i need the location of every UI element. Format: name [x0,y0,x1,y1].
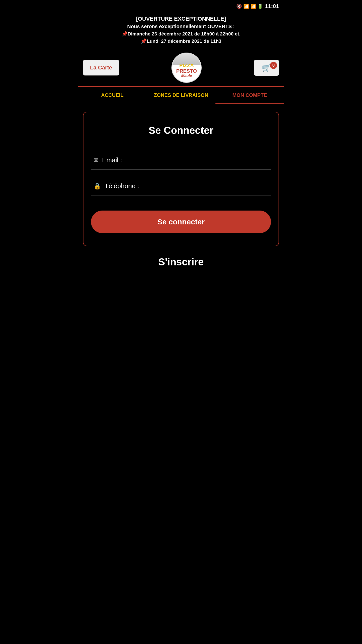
status-bar: 🔇 📶 📶 🔋 11:01 [78,0,284,12]
status-time: 11:01 [265,3,279,10]
status-icons: 🔇 📶 📶 🔋 [236,4,263,9]
logo-text: PIZZA PRESTO Maule [176,63,197,78]
email-label-row: ✉ Email : [91,151,271,169]
battery-icon: 🔋 [257,4,263,9]
mute-icon: 🔇 [236,4,242,9]
email-icon: ✉ [94,157,99,164]
la-carte-button[interactable]: La Carte [83,60,119,75]
phone-icon: 🔒 [94,183,101,190]
wifi-icon: 📶 [243,4,249,9]
nav-tabs: ACCUEIL ZONES DE LIVRAISON MON COMPTE [78,87,284,104]
phone-input-group: 🔒 Téléphone : [91,177,271,195]
signal-icon: 📶 [250,4,256,9]
tab-accueil[interactable]: ACCUEIL [78,87,147,104]
cart-badge: 0 [270,62,277,69]
register-section: S'inscrire [83,256,279,278]
logo-maule-text: Maule [176,74,197,78]
header: La Carte PIZZA PRESTO Maule 🛒 0 [78,50,284,87]
email-divider [91,169,271,170]
email-label: Email : [102,156,122,164]
logo-pizza-text: PIZZA [176,63,197,68]
announcement-subtitle: Nous serons exceptionnellement OUVERTS : [85,24,277,29]
logo-circle: PIZZA PRESTO Maule [171,53,202,83]
main-content: Se Connecter ✉ Email : 🔒 Téléphone : Se … [78,104,284,288]
announcement-line2: 📌Lundi 27 décembre 2021 de 11h3 [85,38,277,45]
announcement-line1: 📌Dimanche 26 décembre 2021 de 18h00 à 22… [85,30,277,38]
phone-divider [91,195,271,195]
logo-presto-text: PRESTO [176,68,197,74]
login-card: Se Connecter ✉ Email : 🔒 Téléphone : Se … [83,112,279,246]
phone-label: Téléphone : [105,182,139,190]
announcement-title: [OUVERTURE EXCEPTIONNELLE] [85,16,277,22]
phone-label-row: 🔒 Téléphone : [91,177,271,195]
login-submit-button[interactable]: Se connecter [91,211,271,233]
login-title: Se Connecter [91,125,271,136]
tab-compte[interactable]: MON COMPTE [215,87,284,104]
announcement-banner: [OUVERTURE EXCEPTIONNELLE] Nous serons e… [78,12,284,50]
email-input-group: ✉ Email : [91,151,271,170]
register-title[interactable]: S'inscrire [83,256,279,268]
tab-zones[interactable]: ZONES DE LIVRAISON [147,87,215,104]
cart-button[interactable]: 🛒 0 [254,60,279,76]
cart-icon: 🛒 [262,63,271,72]
logo: PIZZA PRESTO Maule [171,53,202,83]
